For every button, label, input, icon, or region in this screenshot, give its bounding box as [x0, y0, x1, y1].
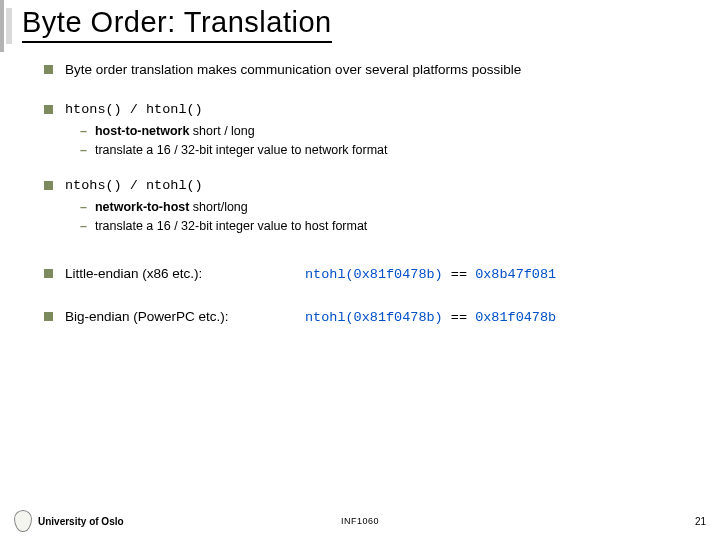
bullet-big-endian: Big-endian (PowerPC etc.): ntohl(0x81f04… — [44, 308, 690, 327]
endian-label: Little-endian (x86 etc.): — [65, 265, 305, 283]
footer-left: University of Oslo — [14, 510, 124, 532]
footer: University of Oslo INF1060 21 — [0, 510, 720, 532]
sub-item: – host-to-network short / long — [80, 123, 690, 140]
bullet-code: ntohs() / ntohl() — [65, 177, 690, 195]
dash-icon: – — [80, 218, 87, 235]
bullet-htons: htons() / htonl() — [44, 101, 690, 119]
bullet-intro: Byte order translation makes communicati… — [44, 61, 690, 79]
bullet-icon — [44, 181, 53, 190]
endian-code: ntohl(0x81f0478b) == 0x81f0478b — [305, 309, 556, 327]
slide-body: Byte order translation makes communicati… — [0, 43, 720, 328]
dash-icon: – — [80, 142, 87, 159]
bullet-icon — [44, 269, 53, 278]
page-title: Byte Order: Translation — [22, 6, 332, 43]
university-name: University of Oslo — [38, 516, 124, 527]
title-bar: Byte Order: Translation — [0, 0, 720, 43]
bullet-code: htons() / htonl() — [65, 101, 690, 119]
bullet-text: Byte order translation makes communicati… — [65, 61, 690, 79]
endian-label: Big-endian (PowerPC etc.): — [65, 308, 305, 326]
sub-item: – translate a 16 / 32-bit integer value … — [80, 218, 690, 235]
bullet-little-endian: Little-endian (x86 etc.): ntohl(0x81f047… — [44, 265, 690, 284]
bullet-icon — [44, 65, 53, 74]
dash-icon: – — [80, 199, 87, 216]
sub-text: translate a 16 / 32-bit integer value to… — [95, 218, 367, 235]
sub-item: – translate a 16 / 32-bit integer value … — [80, 142, 690, 159]
bullet-icon — [44, 105, 53, 114]
endian-code: ntohl(0x81f0478b) == 0x8b47f081 — [305, 266, 556, 284]
bullet-icon — [44, 312, 53, 321]
sub-text: translate a 16 / 32-bit integer value to… — [95, 142, 388, 159]
course-code: INF1060 — [341, 516, 379, 526]
dash-icon: – — [80, 123, 87, 140]
endian-row: Big-endian (PowerPC etc.): ntohl(0x81f04… — [65, 308, 690, 327]
sub-text: network-to-host short/long — [95, 199, 248, 216]
sub-list: – host-to-network short / long – transla… — [80, 123, 690, 159]
sub-item: – network-to-host short/long — [80, 199, 690, 216]
bullet-ntohs: ntohs() / ntohl() — [44, 177, 690, 195]
sub-text: host-to-network short / long — [95, 123, 255, 140]
endian-row: Little-endian (x86 etc.): ntohl(0x81f047… — [65, 265, 690, 284]
page-number: 21 — [695, 516, 706, 527]
sub-list: – network-to-host short/long – translate… — [80, 199, 690, 235]
title-accent — [0, 0, 20, 52]
university-crest-icon — [14, 510, 32, 532]
